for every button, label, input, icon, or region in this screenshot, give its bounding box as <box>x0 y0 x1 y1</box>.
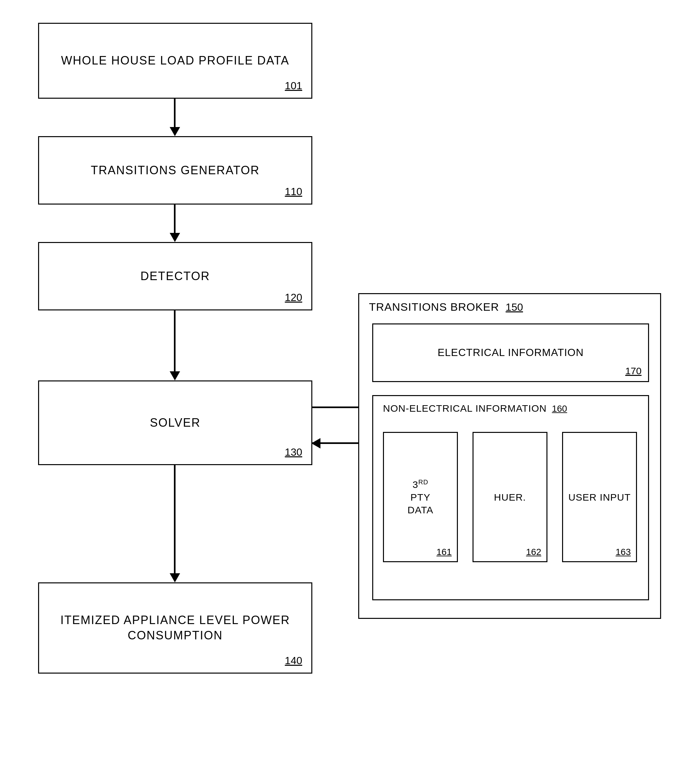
arrow-4-shaft <box>174 465 176 576</box>
electrical-label: ELECTRICAL INFORMATION <box>438 346 584 360</box>
huer-number: 162 <box>526 547 541 557</box>
transitions-generator-label: TRANSITIONS GENERATOR <box>91 163 260 178</box>
arrow-2-head <box>170 233 180 242</box>
solver-number: 130 <box>285 446 302 458</box>
broker-label: TRANSITIONS BROKER <box>369 301 499 313</box>
box-third-party-data: 3RDPTYDATA 161 <box>383 432 458 562</box>
box-whole-house: WHOLE HOUSE LOAD PROFILE DATA 101 <box>38 23 312 99</box>
arrow-2-shaft <box>174 204 176 236</box>
detector-number: 120 <box>285 292 302 303</box>
arrow-1-head <box>170 127 180 136</box>
non-electrical-number: 160 <box>552 404 567 414</box>
box-huer: HUER. 162 <box>472 432 547 562</box>
broker-number: 150 <box>506 301 523 313</box>
third-party-number: 161 <box>436 547 452 557</box>
itemized-number: 140 <box>285 655 302 667</box>
whole-house-number: 101 <box>285 80 302 92</box>
arrow-4-head <box>170 573 180 582</box>
arrow-3-shaft <box>174 310 176 374</box>
box-electrical-information: ELECTRICAL INFORMATION 170 <box>372 323 649 382</box>
box-transitions-generator: TRANSITIONS GENERATOR 110 <box>38 136 312 204</box>
box-itemized: ITEMIZED APPLIANCE LEVEL POWER CONSUMPTI… <box>38 582 312 674</box>
arrow-1-shaft <box>174 99 176 130</box>
arrow-3-head <box>170 371 180 380</box>
third-party-label: 3RDPTYDATA <box>407 478 433 516</box>
transitions-generator-number: 110 <box>285 186 302 198</box>
diagram: WHOLE HOUSE LOAD PROFILE DATA 101 TRANSI… <box>0 0 693 784</box>
user-input-number: 163 <box>616 547 631 557</box>
broker-outer-box: TRANSITIONS BROKER 150 ELECTRICAL INFORM… <box>358 293 661 619</box>
box-detector: DETECTOR 120 <box>38 242 312 310</box>
huer-label: HUER. <box>494 491 526 504</box>
itemized-label: ITEMIZED APPLIANCE LEVEL POWER CONSUMPTI… <box>39 613 311 643</box>
box-solver: SOLVER 130 <box>38 380 312 465</box>
box-non-electrical-information: NON-ELECTRICAL INFORMATION 160 3RDPTYDAT… <box>372 395 649 600</box>
user-input-label: USER INPUT <box>568 491 631 504</box>
non-electrical-label: NON-ELECTRICAL INFORMATION <box>383 402 547 415</box>
arrow-broker-to-solver-head <box>311 438 321 448</box>
electrical-number: 170 <box>625 366 642 377</box>
detector-label: DETECTOR <box>140 269 210 284</box>
whole-house-label: WHOLE HOUSE LOAD PROFILE DATA <box>61 53 290 68</box>
box-user-input: USER INPUT 163 <box>562 432 637 562</box>
solver-label: SOLVER <box>150 415 200 431</box>
